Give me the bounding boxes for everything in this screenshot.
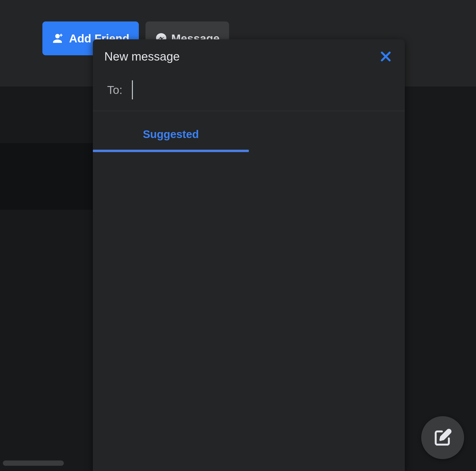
popover-header: New message bbox=[93, 39, 405, 74]
compose-fab[interactable] bbox=[421, 416, 464, 459]
tab-suggested-label: Suggested bbox=[143, 128, 199, 140]
recipient-row[interactable]: To: bbox=[93, 74, 405, 111]
compose-icon bbox=[433, 428, 452, 447]
bottom-scroll-indicator bbox=[3, 460, 64, 466]
close-icon bbox=[379, 50, 392, 63]
to-label: To: bbox=[107, 83, 122, 96]
tab-suggested[interactable]: Suggested bbox=[93, 118, 249, 152]
close-button[interactable] bbox=[378, 49, 393, 64]
text-cursor bbox=[132, 80, 133, 99]
recipient-input[interactable] bbox=[145, 80, 391, 99]
side-panel-strip bbox=[0, 143, 93, 210]
popover-title: New message bbox=[104, 50, 180, 63]
new-message-popover: New message To: Suggested bbox=[93, 39, 405, 471]
add-friend-icon bbox=[52, 32, 65, 45]
compose-tabs: Suggested bbox=[93, 111, 405, 152]
suggested-list bbox=[93, 152, 405, 471]
